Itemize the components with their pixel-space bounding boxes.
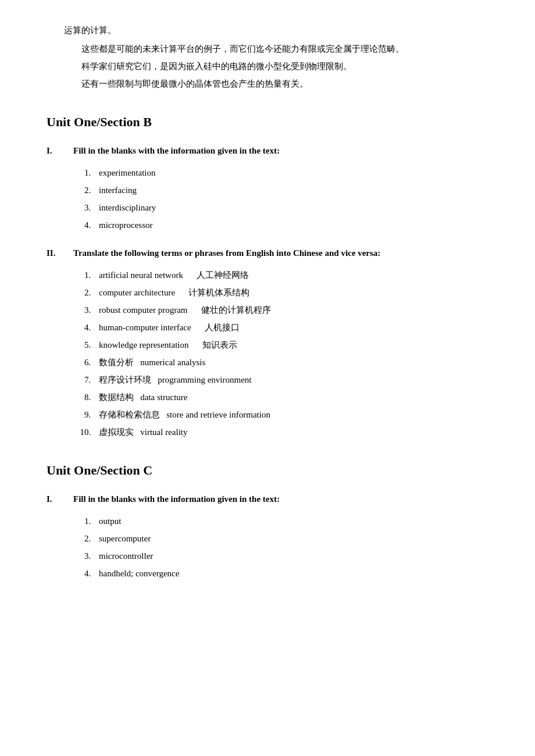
intro-indented2: 科学家们研究它们，是因为嵌入硅中的电路的微小型化受到物理限制。 — [81, 59, 488, 73]
exercise-c1-label: I. — [47, 492, 64, 506]
list-item: experimentation — [93, 166, 488, 180]
intro-indented1: 这些都是可能的未来计算平台的例子，而它们迄今还能力有限或完全属于理论范畴。 — [81, 42, 488, 56]
exercise-b1-title: Fill in the blanks with the information … — [73, 144, 280, 158]
intro-indented3: 还有一些限制与即使最微小的晶体管也会产生的热量有关。 — [81, 77, 488, 91]
list-item: computer architecture 计算机体系结构 — [93, 286, 488, 299]
exercise-b2-label: II. — [47, 246, 64, 260]
english-text: data structure — [140, 393, 187, 402]
list-item: 程序设计环境 programming environment — [93, 373, 488, 387]
exercise-c1-heading: I. Fill in the blanks with the informati… — [47, 492, 488, 506]
english-text: programming environment — [158, 375, 251, 384]
exercise-b2-list: artificial neural network 人工神经网络computer… — [81, 268, 488, 439]
exercise-b2-title: Translate the following terms or phrases… — [73, 246, 380, 260]
list-item: knowledge representation 知识表示 — [93, 338, 488, 352]
list-item: robust computer program 健壮的计算机程序 — [93, 303, 488, 317]
list-item: 虚拟现实 virtual reality — [93, 425, 488, 439]
list-item: supercomputer — [93, 532, 488, 545]
exercise-b1-list: experimentationinterfacinginterdisciplin… — [81, 166, 488, 232]
list-item: 数值分析 numerical analysis — [93, 355, 488, 369]
chinese-text: 知识表示 — [202, 340, 237, 350]
chinese-text: 计算机体系结构 — [188, 288, 249, 297]
list-item: microcontroller — [93, 549, 488, 563]
list-item: handheld; convergence — [93, 566, 488, 580]
chinese-text: 人机接口 — [205, 323, 240, 332]
exercise-c1-list: outputsupercomputermicrocontrollerhandhe… — [81, 514, 488, 580]
exercise-b1-heading: I. Fill in the blanks with the informati… — [47, 144, 488, 158]
exercise-b1-label: I. — [47, 144, 64, 158]
list-item: 存储和检索信息 store and retrieve information — [93, 408, 488, 422]
intro-line1: 运算的计算。 — [47, 23, 488, 37]
list-item: human-computer interface 人机接口 — [93, 320, 488, 334]
list-item: interfacing — [93, 183, 488, 197]
list-item: microprocessor — [93, 218, 488, 232]
section-c-heading: Unit One/Section C — [47, 460, 488, 480]
english-text: store and retrieve information — [166, 410, 270, 419]
english-text: virtual reality — [140, 427, 187, 437]
list-item: artificial neural network 人工神经网络 — [93, 268, 488, 282]
list-item: 数据结构 data structure — [93, 390, 488, 404]
exercise-c1-title: Fill in the blanks with the information … — [73, 492, 280, 506]
list-item: interdisciplinary — [93, 201, 488, 215]
section-b-heading: Unit One/Section B — [47, 112, 488, 132]
chinese-text: 健壮的计算机程序 — [201, 305, 271, 315]
english-text: numerical analysis — [140, 358, 205, 367]
exercise-b2-heading: II. Translate the following terms or phr… — [47, 246, 488, 260]
list-item: output — [93, 514, 488, 528]
chinese-text: 人工神经网络 — [197, 270, 249, 280]
